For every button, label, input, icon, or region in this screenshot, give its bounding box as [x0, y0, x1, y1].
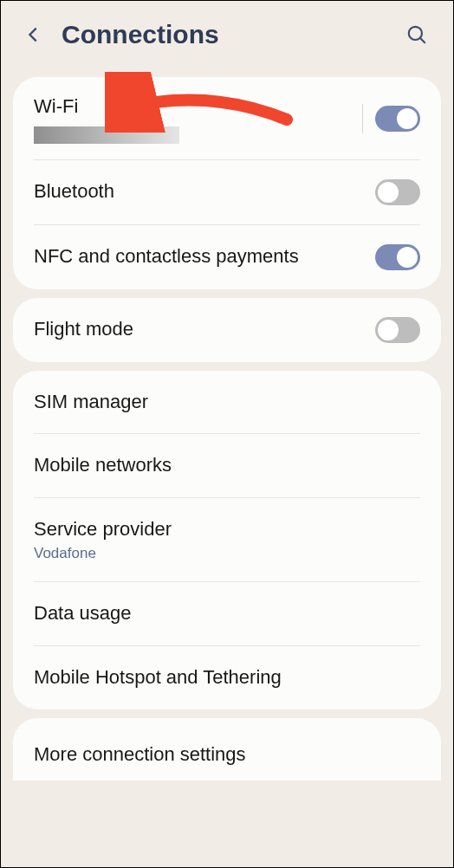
toggle-wrap: [375, 244, 420, 270]
row-bluetooth[interactable]: Bluetooth: [13, 160, 441, 224]
vertical-divider: [362, 104, 363, 133]
row-label: Bluetooth: [34, 179, 375, 204]
chevron-left-icon: [24, 25, 43, 44]
row-label: Mobile Hotspot and Tethering: [34, 665, 420, 690]
settings-group-3: SIM manager Mobile networks Service prov…: [13, 371, 441, 709]
row-label: Data usage: [34, 601, 420, 626]
row-label: Service provider: [34, 517, 420, 542]
row-service-provider[interactable]: Service provider Vodafone: [13, 498, 441, 582]
header: Connections: [1, 1, 453, 68]
wifi-network-redacted: [34, 126, 179, 144]
row-content: Service provider Vodafone: [34, 517, 420, 563]
row-flight-mode[interactable]: Flight mode: [13, 298, 441, 362]
settings-group-2: Flight mode: [13, 298, 441, 362]
row-wifi[interactable]: Wi-Fi: [13, 77, 441, 159]
row-sim-manager[interactable]: SIM manager: [13, 371, 441, 434]
row-content: Bluetooth: [34, 179, 375, 204]
bluetooth-toggle[interactable]: [375, 179, 420, 205]
toggle-wrap: [375, 317, 420, 343]
row-content: Mobile networks: [34, 453, 420, 478]
row-content: Flight mode: [34, 317, 375, 342]
row-mobile-hotspot[interactable]: Mobile Hotspot and Tethering: [13, 646, 441, 709]
row-sublabel: Vodafone: [34, 545, 420, 562]
svg-line-1: [420, 38, 425, 43]
settings-group-1: Wi-Fi Bluetooth NFC and contactless paym…: [13, 77, 441, 289]
row-nfc[interactable]: NFC and contactless payments: [13, 225, 441, 289]
row-content: More connection settings: [34, 742, 420, 768]
row-more-connection-settings[interactable]: More connection settings: [13, 718, 441, 781]
wifi-toggle[interactable]: [375, 106, 420, 132]
nfc-toggle[interactable]: [375, 244, 420, 270]
row-content: SIM manager: [34, 390, 420, 415]
back-button[interactable]: [16, 17, 51, 52]
row-label: Wi-Fi: [34, 94, 362, 120]
row-label: Mobile networks: [34, 453, 420, 478]
row-label: More connection settings: [34, 742, 420, 768]
flight-mode-toggle[interactable]: [375, 317, 420, 343]
search-button[interactable]: [399, 17, 434, 52]
row-mobile-networks[interactable]: Mobile networks: [13, 434, 441, 497]
row-label: NFC and contactless payments: [34, 244, 375, 269]
row-data-usage[interactable]: Data usage: [13, 582, 441, 645]
row-label: SIM manager: [34, 390, 420, 415]
row-content: Data usage: [34, 601, 420, 626]
row-content: Mobile Hotspot and Tethering: [34, 665, 420, 690]
toggle-wrap: [362, 104, 420, 133]
row-content: Wi-Fi: [34, 94, 362, 144]
toggle-wrap: [375, 179, 420, 205]
svg-point-0: [409, 27, 422, 40]
search-icon: [405, 23, 428, 46]
page-title: Connections: [62, 20, 399, 49]
row-label: Flight mode: [34, 317, 375, 342]
row-content: NFC and contactless payments: [34, 244, 375, 269]
settings-group-4-partial: More connection settings: [13, 718, 441, 781]
